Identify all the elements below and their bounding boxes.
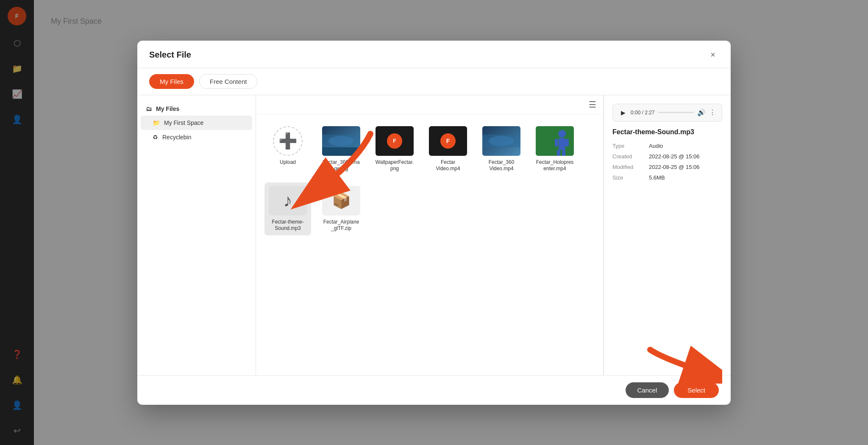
holo-svg — [536, 126, 574, 156]
cancel-button[interactable]: Cancel — [626, 382, 669, 398]
file-details: Fectar-theme-Sound.mp3 Type Audio Create… — [612, 128, 722, 185]
my-files-header: 🗂 My Files — [137, 102, 256, 116]
created-value: 2022-08-25 @ 15:06 — [649, 153, 699, 160]
modal-overlay: Select File × My Files Free Content 🗂 My… — [0, 0, 868, 445]
modal-title: Select File — [149, 50, 191, 60]
upload-label: Upload — [280, 159, 296, 166]
modal-body: 🗂 My Files 📁 My First Space ♻ Recyclebin… — [137, 95, 731, 375]
tab-free-content[interactable]: Free Content — [199, 74, 258, 89]
zip-name: Fectar_Airplane_glTF.zip — [323, 219, 359, 232]
svg-rect-5 — [322, 147, 360, 156]
video-logo: F — [440, 133, 456, 149]
tab-my-files[interactable]: My Files — [149, 74, 194, 89]
modal-tabs: My Files Free Content — [137, 68, 731, 95]
svg-rect-13 — [562, 150, 565, 156]
play-button[interactable]: ▶ — [619, 108, 627, 117]
box-icon: 📦 — [332, 192, 351, 210]
size-row: Size 5.6MB — [612, 174, 722, 181]
briefcase-icon: 🗂 — [146, 105, 152, 112]
file-item-video[interactable]: F FectarVideo.mp4 — [425, 123, 471, 176]
file-sidebar: 🗂 My Files 📁 My First Space ♻ Recyclebin — [137, 95, 256, 375]
time-display: 0:00 / 2:27 — [631, 110, 655, 116]
audio-player: ▶ 0:00 / 2:27 🔊 ⋮ — [612, 104, 722, 122]
360-image-name: Fectar_360_Image.jpg — [323, 159, 359, 172]
svg-rect-15 — [565, 139, 569, 146]
svg-rect-12 — [557, 150, 560, 156]
close-button[interactable]: × — [707, 49, 719, 61]
type-value: Audio — [649, 143, 663, 149]
file-item-holo[interactable]: Fectar_Holopresenter.mp4 — [531, 123, 578, 176]
file-item-upload[interactable]: ➕ Upload — [264, 123, 311, 176]
holo-thumb — [536, 126, 574, 156]
upload-thumb: ➕ — [273, 126, 303, 156]
size-label: Size — [612, 174, 642, 181]
svg-point-4 — [328, 136, 354, 146]
wallpaper-thumb: F — [376, 126, 414, 156]
video-thumb: F — [429, 126, 467, 156]
file-item-wallpaper[interactable]: F WallpaperFectar.png — [371, 123, 418, 176]
detail-panel: ▶ 0:00 / 2:27 🔊 ⋮ Fectar-theme-Sound.mp3… — [604, 95, 731, 375]
file-item-360image[interactable]: Fectar_360_Image.jpg — [318, 123, 364, 176]
wallpaper-name: WallpaperFectar.png — [376, 159, 414, 172]
my-first-space-label: My First Space — [164, 119, 203, 126]
wallpaper-logo: F — [387, 133, 402, 149]
plus-icon: ➕ — [278, 132, 298, 150]
modal-footer: Cancel Select — [137, 375, 731, 405]
360-video-thumb — [482, 126, 520, 156]
select-button[interactable]: Select — [674, 382, 719, 398]
file-area: ☰ ➕ Upload — [256, 95, 603, 375]
file-grid-header: ☰ — [256, 95, 603, 114]
svg-point-10 — [558, 130, 566, 138]
audio-thumb: ♪ — [269, 186, 307, 216]
file-item-360video[interactable]: Fectar_360Video.mp4 — [478, 123, 525, 176]
created-label: Created — [612, 153, 642, 160]
modified-value: 2022-08-25 @ 15:06 — [649, 164, 699, 170]
holo-name: Fectar_Holopresenter.mp4 — [536, 159, 574, 172]
audio-name: Fectar-theme-Sound.mp3 — [272, 219, 303, 232]
selected-file-name: Fectar-theme-Sound.mp3 — [612, 128, 722, 136]
recyclebin-item[interactable]: ♻ Recyclebin — [137, 130, 256, 144]
created-row: Created 2022-08-25 @ 15:06 — [612, 153, 722, 160]
recyclebin-label: Recyclebin — [162, 134, 191, 141]
type-label: Type — [612, 143, 642, 149]
360-image-thumb — [322, 126, 360, 156]
modified-row: Modified 2022-08-25 @ 15:06 — [612, 164, 722, 170]
modal-header: Select File × — [137, 41, 731, 68]
svg-point-8 — [489, 136, 514, 146]
grid-menu-icon[interactable]: ☰ — [589, 100, 596, 110]
progress-bar[interactable] — [658, 112, 694, 113]
file-item-zip[interactable]: 📦 Fectar_Airplane_glTF.zip — [318, 182, 364, 235]
more-options-icon[interactable]: ⋮ — [709, 108, 716, 116]
recycle-icon: ♻ — [153, 134, 158, 141]
file-item-audio[interactable]: ♪ Fectar-theme-Sound.mp3 — [264, 182, 311, 235]
modified-label: Modified — [612, 164, 642, 170]
svg-rect-11 — [559, 138, 565, 150]
folder-icon: 📁 — [153, 119, 160, 126]
file-grid: ➕ Upload — [256, 114, 603, 375]
video-name: FectarVideo.mp4 — [436, 159, 460, 172]
size-value: 5.6MB — [649, 174, 665, 181]
my-files-label: My Files — [156, 105, 179, 112]
volume-icon[interactable]: 🔊 — [697, 108, 706, 116]
my-first-space-item[interactable]: 📁 My First Space — [141, 116, 252, 130]
type-row: Type Audio — [612, 143, 722, 149]
music-note-icon: ♪ — [284, 191, 292, 211]
svg-rect-14 — [555, 139, 558, 146]
zip-thumb: 📦 — [322, 186, 360, 216]
select-file-modal: Select File × My Files Free Content 🗂 My… — [137, 41, 731, 405]
360-video-name: Fectar_360Video.mp4 — [489, 159, 515, 172]
